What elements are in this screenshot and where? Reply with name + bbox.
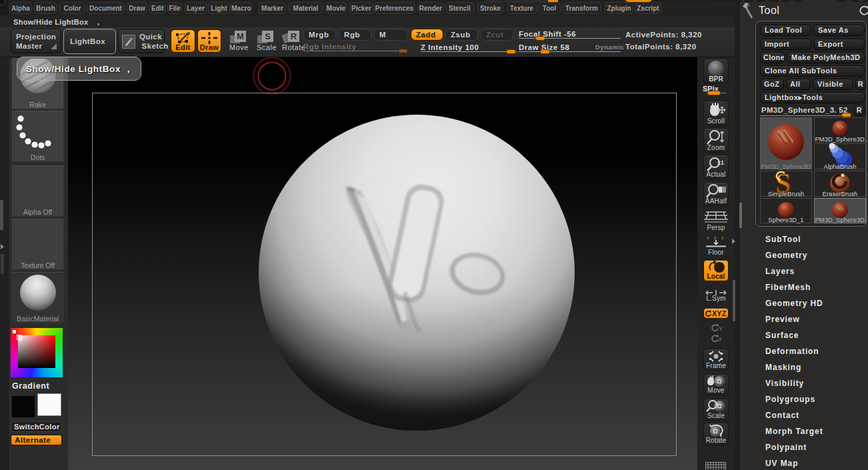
svg-text:y: y (714, 235, 717, 241)
svg-text:x: x (707, 235, 709, 240)
svg-text:x1: x1 (717, 159, 724, 166)
svg-text:z: z (721, 235, 724, 240)
svg-text:z: z (719, 336, 722, 343)
svg-text:Y: Y (719, 325, 723, 332)
